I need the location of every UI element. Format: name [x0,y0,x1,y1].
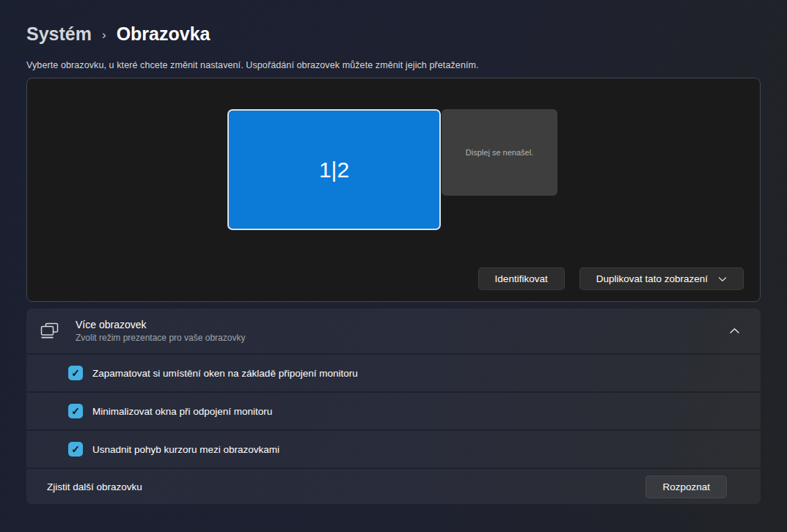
option-row-remember-window-locations: ✓ Zapamatovat si umístění oken na základ… [26,355,761,391]
preview-actions: Identifikovat Duplikovat tato zobrazení [478,267,744,290]
checkbox-ease-cursor-movement[interactable]: ✓ [68,442,83,457]
detect-button[interactable]: Rozpoznat [645,476,727,498]
chevron-down-icon [718,276,727,282]
monitor-preview-1-2[interactable]: 1|2 [227,109,441,230]
display-arrangement-panel: 1|2 Displej se nenašel. Identifikovat Du… [26,78,761,302]
checkmark-icon: ✓ [71,444,80,454]
detect-button-label: Rozpoznat [662,481,710,492]
expander-title: Více obrazovek [76,319,245,330]
expander-subtitle: Zvolit režim prezentace pro vaše obrazov… [76,333,245,343]
monitor-preview-missing: Displej se nenašel. [442,109,557,196]
expander-texts: Více obrazovek Zvolit režim prezentace p… [76,319,245,343]
multiple-displays-expander[interactable]: Více obrazovek Zvolit režim prezentace p… [26,309,761,353]
multiple-displays-icon [40,322,59,340]
chevron-up-icon[interactable] [723,320,745,342]
detect-display-row: Zjistit další obrazovku Rozpoznat [26,469,761,504]
checkbox-minimize-windows[interactable]: ✓ [68,404,83,418]
checkmark-icon: ✓ [71,368,80,378]
option-label: Usnadnit pohyb kurzoru mezi obrazovkami [92,444,279,455]
duplicate-displays-label: Duplikovat tato zobrazení [596,273,708,284]
breadcrumb-system-link[interactable]: Systém [26,23,92,45]
identify-button[interactable]: Identifikovat [478,267,565,290]
option-row-minimize-windows: ✓ Minimalizovat okna při odpojení monito… [26,393,761,429]
option-label: Zapamatovat si umístění oken na základě … [92,368,358,379]
breadcrumb-chevron-icon: › [102,26,106,43]
page-description: Vyberte obrazovku, u které chcete změnit… [26,60,761,70]
option-row-ease-cursor-movement: ✓ Usnadnit pohyb kurzoru mezi obrazovkam… [26,431,761,468]
display-settings-page: Systém › Obrazovka Vyberte obrazovku, u … [0,0,787,504]
breadcrumb: Systém › Obrazovka [26,0,761,45]
monitor-missing-label: Displej se nenašel. [466,148,533,157]
checkmark-icon: ✓ [71,406,80,416]
page-title: Obrazovka [117,23,211,45]
identify-button-label: Identifikovat [495,273,548,284]
detect-display-label: Zjistit další obrazovku [47,481,142,492]
checkbox-remember-window-locations[interactable]: ✓ [68,366,83,380]
option-label: Minimalizovat okna při odpojení monitoru [92,406,272,417]
monitor-preview-label: 1|2 [319,158,349,182]
duplicate-displays-dropdown[interactable]: Duplikovat tato zobrazení [579,267,744,290]
